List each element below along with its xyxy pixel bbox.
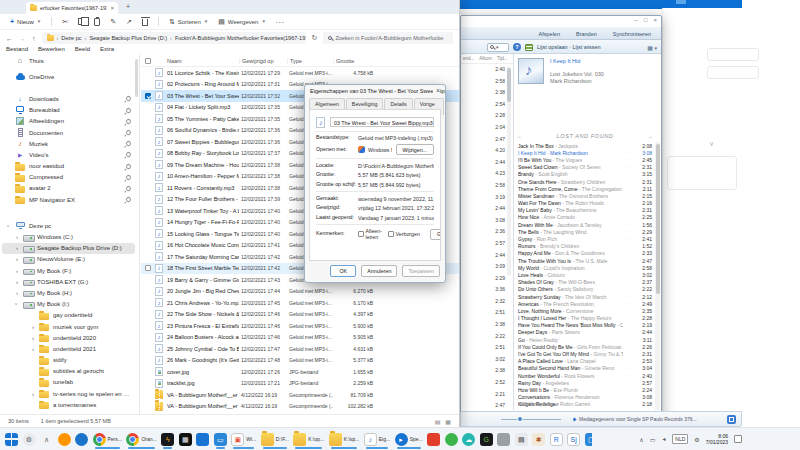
file-row[interactable]: VA - Bubblegum Motherf__er - Vol 02... 4… — [141, 401, 459, 413]
menu-item[interactable]: Bewerken — [38, 46, 65, 55]
playlist-track[interactable]: The Trouble With You Is - The U.S. Male … — [514, 257, 654, 264]
cut-icon[interactable] — [62, 18, 68, 26]
playlist-track[interactable]: Theme From Come, Come - The Congregation… — [514, 185, 654, 192]
taskbar-app-button[interactable]: ✱ — [531, 428, 546, 450]
taskbar-app-button[interactable]: ♪ Eig... — [363, 428, 391, 450]
library-scrollbar[interactable] — [507, 66, 511, 276]
expand-arrow-icon[interactable] — [16, 301, 23, 307]
taskbar-app-button[interactable]: ▢ Bureaublad — [584, 428, 592, 450]
playlist-track[interactable]: If You Could Only Be Me - Girls From Pet… — [514, 343, 654, 350]
track-rating[interactable] — [623, 193, 637, 198]
sidebar-item[interactable]: OneDrive — [2, 71, 135, 82]
track-rating[interactable] — [623, 352, 637, 357]
list-options-icon[interactable]: ▦ — [647, 45, 653, 51]
sidebar-item[interactable]: My Book (F:) — [2, 265, 135, 276]
playlist-track[interactable]: Shades Of Gray - The Will-O-Bees 2:37 — [514, 279, 654, 286]
sidebar-item[interactable]: Windows (C:) — [2, 231, 135, 242]
taskbar-app-button[interactable]: ⚙ — [22, 428, 37, 450]
sidebar-item[interactable]: Downloads — [2, 93, 135, 104]
playlist-track[interactable]: I'll Be With You - The Vogues 2:45 — [514, 156, 654, 163]
sidebar-item[interactable]: ondertiteld 2020 — [2, 332, 135, 343]
playlist-track[interactable]: How Nice - Arnie Corrado 2:25 — [514, 214, 654, 221]
sidebar-item[interactable]: tv-series nog te spelen en subtitel aanp… — [2, 388, 135, 399]
track-rating[interactable] — [623, 244, 637, 249]
expand-arrow-icon[interactable] — [32, 346, 39, 352]
sidebar-item[interactable]: subtitles al gezocht — [2, 366, 135, 377]
taskbar-app-button[interactable] — [4, 428, 19, 450]
track-rating[interactable] — [623, 344, 637, 349]
sidebar-item[interactable]: Seagate Backup Plus Drive (D:) — [2, 243, 135, 254]
track-rating[interactable] — [623, 359, 637, 364]
playlist-track[interactable]: Sweet Sad Clown - Society Of Seven 2:31 — [514, 164, 654, 171]
taskbar-app-button[interactable]: Pers... — [92, 428, 123, 450]
menu-item[interactable]: Beeld — [75, 46, 90, 55]
track-rating[interactable] — [623, 143, 637, 148]
track-rating[interactable] — [623, 272, 637, 277]
track-rating[interactable] — [623, 229, 637, 234]
track-rating[interactable] — [623, 330, 637, 335]
track-rating[interactable] — [623, 172, 637, 177]
playlist-track[interactable]: Happy And Me - Don & The Goodtimes 2:33 — [514, 250, 654, 257]
expand-arrow-icon[interactable] — [16, 290, 23, 296]
sidebar-item[interactable]: Afbeeldingen — [2, 116, 135, 127]
playlist-track[interactable]: Conversations - Florence Henderson 3:08 — [514, 394, 654, 401]
expand-arrow-icon[interactable] — [8, 223, 15, 229]
track-rating[interactable] — [623, 395, 637, 400]
track-rating[interactable] — [623, 201, 637, 206]
forward-icon[interactable]: → — [19, 35, 26, 42]
sort-button[interactable]: Sorteren ▼ — [169, 18, 208, 26]
track-rating[interactable] — [623, 308, 637, 313]
track-rating[interactable] — [623, 179, 637, 184]
taskbar-app-button[interactable]: ▭ — [213, 428, 228, 450]
playlist-track[interactable]: One Stands Here - Strawberry Children 2:… — [514, 178, 654, 185]
sidebar-item[interactable]: a torrentsnames — [2, 399, 135, 410]
playlist-track[interactable]: I Thought I Loved Her - The Happy Return… — [514, 315, 654, 322]
now-playing-title[interactable]: I Keep It Hid — [550, 58, 604, 65]
playlist-track[interactable]: Doesn't He Know - Christine Holmes 2:46 — [514, 408, 654, 410]
track-rating[interactable] — [623, 157, 637, 162]
taskbar-app-button[interactable]: ϟ — [160, 428, 175, 450]
refresh-icon[interactable]: ↻ — [312, 34, 318, 42]
clock[interactable]: 8:06 7/01/2023 — [706, 433, 728, 446]
explorer-tab[interactable]: erfucker Favorites(1967-1975) × — [26, 2, 118, 14]
volume-slider[interactable] — [501, 419, 561, 420]
sidebar-item[interactable]: sidify — [2, 355, 135, 366]
readonly-checkbox[interactable]: Alleen-lezen — [358, 228, 382, 240]
close-tab-icon[interactable]: × — [110, 5, 114, 11]
track-rating[interactable] — [623, 380, 637, 385]
more-options-icon[interactable]: ··· — [276, 19, 285, 25]
expand-arrow-icon[interactable] — [16, 234, 23, 240]
playlist-track[interactable]: A Place Called Love - Lana Chapel 2:53 — [514, 358, 654, 365]
file-row[interactable]: 26 Mark - Goodnight (It's Getting Late..… — [141, 355, 459, 367]
advanced-button[interactable]: Geavanceerd... — [430, 229, 441, 240]
menu-item[interactable]: Bestand — [6, 46, 28, 55]
playlist-track[interactable]: I Keep It Hid - Mark Richardson 3:08 — [514, 149, 654, 156]
close-icon[interactable]: × — [653, 17, 657, 23]
taskbar-app-button[interactable]: ▦ — [178, 428, 193, 450]
playlist-track[interactable]: The Bells - The Laughing Wind 2:29 — [514, 228, 654, 235]
track-rating[interactable] — [623, 251, 637, 256]
track-rating[interactable] — [623, 373, 637, 378]
wmp-tab[interactable]: Afspelen — [531, 28, 568, 39]
sidebar-item[interactable]: My Book (I:) — [2, 299, 135, 310]
search-input[interactable]: Zoeken in Fuckin'A-Bubblegum Motherfucke — [323, 32, 453, 44]
row-checkbox[interactable] — [145, 265, 151, 271]
column-header-type[interactable]: Type — [287, 58, 333, 64]
playlist-track[interactable]: Love Heals - Colours 3:02 — [514, 271, 654, 278]
new-button[interactable]: + Nieuw ▼ — [10, 18, 41, 25]
sidebar-item[interactable]: noor eastdud — [2, 161, 135, 172]
track-rating[interactable] — [623, 366, 637, 371]
track-rating[interactable] — [623, 208, 637, 213]
playlist-track[interactable]: I've Got To Get You Off My Mind - Ginny … — [514, 350, 654, 357]
track-rating[interactable] — [623, 316, 637, 321]
sidebar-item[interactable]: My Book (H:) — [2, 287, 135, 298]
new-tab-button[interactable]: + — [126, 3, 130, 10]
sidebar-item[interactable]: tunefab — [2, 377, 135, 388]
thumbnails-view-icon[interactable]: ▦ — [445, 418, 451, 425]
taskbar-app-button[interactable]: G — [479, 428, 494, 450]
taskbar-app-button[interactable]: ∧ — [39, 428, 54, 450]
file-row[interactable]: tracklist.jpg 12/02/2021 17:21 JPG-besta… — [141, 378, 459, 390]
expand-arrow-icon[interactable] — [32, 335, 39, 341]
track-rating[interactable] — [623, 409, 637, 410]
sidebar-item[interactable]: Documenten — [2, 127, 135, 138]
